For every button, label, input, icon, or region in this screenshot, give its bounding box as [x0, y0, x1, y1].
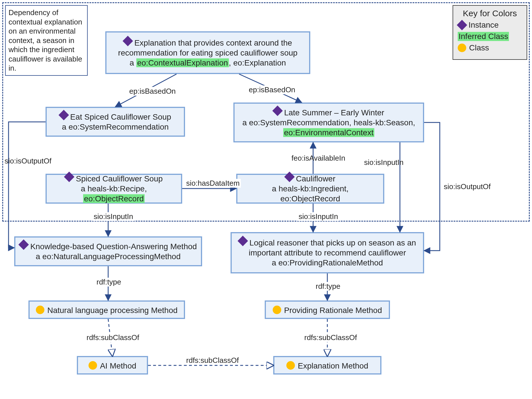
diamond-icon [238, 236, 248, 246]
n7-line2: important attribute to recommend caulifl… [249, 248, 406, 258]
n2-line2: a eo:SystemRecommendation [62, 122, 169, 132]
n5-line1: Cauliflower [296, 174, 336, 183]
node-explanation-method-class: Explanation Method [273, 356, 381, 375]
n10-text: AI Method [100, 361, 136, 370]
n2-line1: Eat Spiced Cauliflower Soup [70, 112, 171, 121]
n8-text: Natural language processing Method [47, 306, 178, 315]
legend-instance-row: Instance [458, 21, 522, 30]
legend-instance-label: Instance [469, 21, 499, 30]
edge-rdftype-left: rdf:type [95, 278, 122, 287]
edge-subclassof-right: rdfs:subClassOf [303, 333, 358, 342]
edge-isbasedon-left: ep:isBasedOn [128, 87, 177, 96]
legend-title: Key for Colors [458, 9, 522, 18]
n3-line2: a eo:SystemRecommendation, heals-kb:Seas… [243, 118, 415, 128]
node-logical-reasoner: Logical reasoner that picks up on season… [231, 232, 424, 273]
edge-isavailablein: feo:isAvailableIn [290, 154, 346, 163]
n3-inferred: eo:EnvironmentalContext [283, 128, 374, 137]
n3-line1: Late Summer – Early Winter [284, 108, 384, 117]
node-ai-method-class: AI Method [77, 356, 148, 375]
n4-inferred: eo:ObjectRecord [83, 194, 145, 203]
n5-line2: a heals-kb:Ingredient, eo:ObjectRecord [241, 184, 379, 204]
edge-isinputin-n4: sio:isInputIn [93, 212, 134, 221]
node-recipe: Spiced Cauliflower Soup a heals-kb:Recip… [46, 174, 182, 204]
diamond-icon [457, 20, 467, 30]
edge-isoutputof-right: sio:isOutputOf [443, 182, 492, 191]
n1-line2: recommendation for eating spiced caulifl… [118, 48, 297, 58]
edge-subclassof-horiz: rdfs:subClassOf [185, 356, 240, 365]
edge-subclassof-left: rdfs:subClassOf [85, 333, 140, 342]
n11-text: Explanation Method [298, 361, 368, 370]
edge-isoutputof-left: sio:isOutputOf [3, 157, 53, 165]
diamond-icon [123, 36, 133, 46]
n6-line2: a eo:NaturalLanguageProcessingMethod [36, 251, 180, 261]
circle-icon [273, 306, 281, 314]
note-text: Dependency of contextual explanation on … [9, 8, 82, 72]
circle-icon [458, 44, 466, 52]
diamond-icon [19, 239, 29, 250]
edge-isinputin-right: sio:isInputIn [363, 158, 405, 167]
edge-isinputin-n5: sio:isInputIn [297, 212, 339, 221]
n1-inferred: eo:ContextualExplanation [136, 58, 229, 67]
node-contextual-explanation: Explanation that provides context around… [105, 31, 310, 74]
n7-line3: a eo:ProvidingRationaleMethod [272, 258, 383, 268]
legend-inferred-row: Inferred Class [458, 32, 522, 41]
node-rationale-method-class: Providing Rationale Method [265, 300, 390, 319]
node-season: Late Summer – Early Winter a eo:SystemRe… [233, 103, 424, 142]
node-kb-qa-method: Knowledge-based Question-Answering Metho… [14, 236, 202, 266]
node-nlp-method-class: Natural language processing Method [28, 300, 185, 319]
legend-inferred-label: Inferred Class [458, 32, 509, 41]
circle-icon [286, 361, 295, 370]
edge-rdftype-right: rdf:type [315, 282, 342, 291]
legend-class-row: Class [458, 43, 522, 52]
node-eat-soup: Eat Spiced Cauliflower Soup a eo:SystemR… [46, 107, 185, 137]
n1-line3c: , eo:Explanation [229, 58, 286, 67]
n4-line1: Spiced Cauliflower Soup [76, 174, 163, 183]
edge-hasdataitem: sio:hasDataItem [185, 179, 241, 188]
node-ingredient: Cauliflower a heals-kb:Ingredient, eo:Ob… [236, 174, 384, 204]
n7-line1: Logical reasoner that picks up on season… [249, 238, 416, 247]
legend: Key for Colors Instance Inferred Class C… [453, 5, 527, 60]
legend-class-label: Class [469, 43, 489, 52]
n1-line3a: a [130, 58, 136, 67]
circle-icon [89, 361, 97, 370]
diamond-icon [272, 105, 283, 116]
n4-line2a: a heals-kb:Recipe, [81, 184, 147, 193]
n9-text: Providing Rationale Method [284, 306, 382, 315]
circle-icon [36, 306, 44, 314]
n6-line1: Knowledge-based Question-Answering Metho… [30, 242, 197, 251]
n1-line1: Explanation that provides context around… [134, 38, 292, 47]
edge-isbasedon-right: ep:isBasedOn [248, 85, 296, 94]
note-box: Dependency of contextual explanation on … [5, 5, 88, 76]
diamond-icon [58, 110, 69, 120]
